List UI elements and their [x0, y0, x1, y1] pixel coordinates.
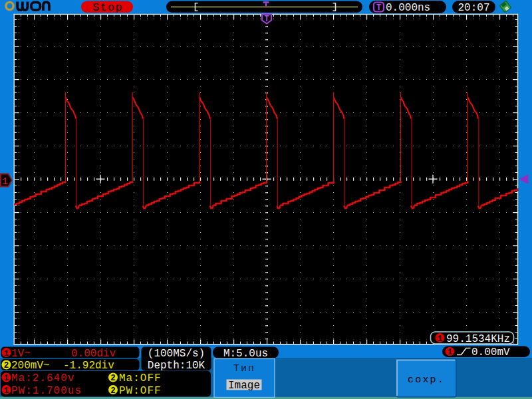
- svg-text:2: 2: [110, 386, 116, 396]
- svg-text:Stop: Stop: [92, 1, 123, 14]
- svg-text:PW:1.700us: PW:1.700us: [11, 385, 82, 397]
- svg-text:(100MS/s): (100MS/s): [148, 348, 205, 360]
- svg-text:1: 1: [4, 349, 9, 358]
- svg-text:0.000ns: 0.000ns: [386, 2, 430, 14]
- svg-text:99.1534KHz: 99.1534KHz: [446, 333, 510, 345]
- svg-text:0.00div: 0.00div: [71, 348, 116, 360]
- svg-text:1: 1: [2, 176, 8, 188]
- svg-text:Image: Image: [228, 380, 260, 392]
- svg-text:1: 1: [4, 374, 9, 383]
- svg-text:Тип: Тип: [233, 363, 255, 374]
- svg-text:сохр.: сохр.: [408, 374, 445, 386]
- svg-text:T: T: [376, 3, 381, 13]
- svg-text:T: T: [264, 15, 269, 24]
- svg-text:200mV~: 200mV~: [11, 360, 50, 372]
- svg-text:PW:OFF: PW:OFF: [119, 385, 162, 397]
- svg-text:2: 2: [110, 374, 116, 383]
- svg-text:0.00mV: 0.00mV: [471, 346, 510, 358]
- svg-text:Depth:10K: Depth:10K: [148, 360, 205, 372]
- svg-text:20:07: 20:07: [458, 2, 489, 14]
- svg-text:Ma:OFF: Ma:OFF: [119, 372, 162, 384]
- svg-text:1V~: 1V~: [11, 348, 31, 360]
- svg-text:2: 2: [4, 361, 9, 370]
- svg-text:-1.92div: -1.92div: [63, 360, 114, 372]
- svg-text:1: 1: [4, 386, 9, 396]
- svg-text:1: 1: [448, 348, 453, 357]
- svg-text:1: 1: [438, 334, 443, 344]
- svg-text:Ma:2.640v: Ma:2.640v: [11, 372, 74, 384]
- svg-text:M:5.0us: M:5.0us: [223, 348, 268, 360]
